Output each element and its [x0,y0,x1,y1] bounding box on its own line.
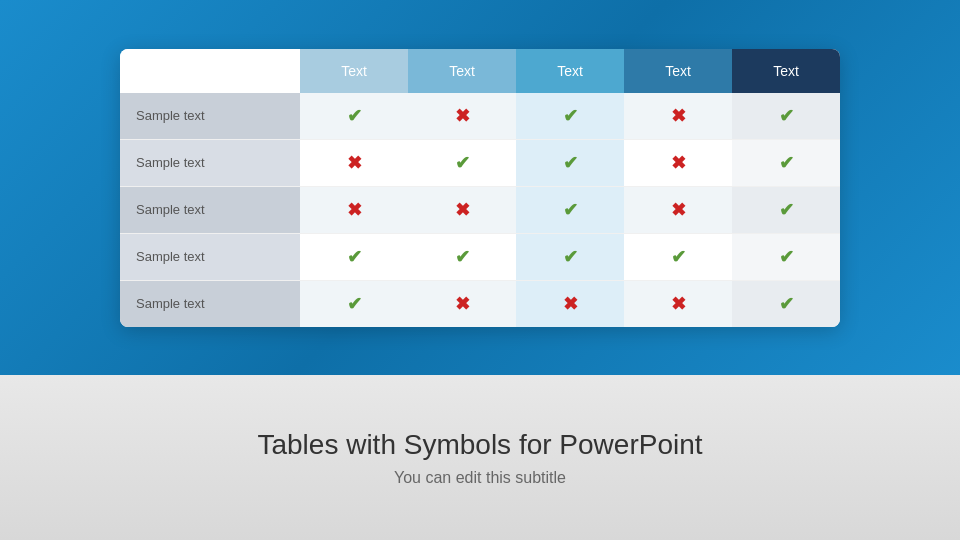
cell-row0-col2: ✔ [516,93,624,140]
cross-icon: ✖ [347,153,362,173]
header-empty [120,49,300,93]
cell-row1-col4: ✔ [732,139,840,186]
check-icon: ✔ [779,247,794,267]
cell-row1-col1: ✔ [408,139,516,186]
check-icon: ✔ [455,153,470,173]
check-icon: ✔ [779,294,794,314]
cell-row2-col2: ✔ [516,186,624,233]
cell-row3-col1: ✔ [408,233,516,280]
cell-row1-col2: ✔ [516,139,624,186]
cell-row2-col3: ✖ [624,186,732,233]
page-subtitle: You can edit this subtitle [394,469,566,487]
check-icon: ✔ [779,200,794,220]
comparison-table: Text Text Text Text Text Sample text✔✖✔✖… [120,49,840,327]
cell-row0-col3: ✖ [624,93,732,140]
cell-row2-col1: ✖ [408,186,516,233]
check-icon: ✔ [779,106,794,126]
cross-icon: ✖ [671,200,686,220]
row-label: Sample text [120,280,300,327]
table-row: Sample text✖✔✔✖✔ [120,139,840,186]
header-col-1: Text [300,49,408,93]
cross-icon: ✖ [671,153,686,173]
check-icon: ✔ [347,247,362,267]
cell-row4-col2: ✖ [516,280,624,327]
check-icon: ✔ [347,294,362,314]
check-icon: ✔ [671,247,686,267]
check-icon: ✔ [347,106,362,126]
cell-row0-col4: ✔ [732,93,840,140]
row-label: Sample text [120,233,300,280]
table-row: Sample text✔✔✔✔✔ [120,233,840,280]
cross-icon: ✖ [455,200,470,220]
cell-row1-col3: ✖ [624,139,732,186]
row-label: Sample text [120,186,300,233]
cross-icon: ✖ [455,294,470,314]
cross-icon: ✖ [347,200,362,220]
header-col-2: Text [408,49,516,93]
check-icon: ✔ [779,153,794,173]
top-section: Text Text Text Text Text Sample text✔✖✔✖… [0,0,960,375]
cell-row4-col1: ✖ [408,280,516,327]
check-icon: ✔ [563,153,578,173]
table-row: Sample text✔✖✖✖✔ [120,280,840,327]
cell-row2-col0: ✖ [300,186,408,233]
cell-row3-col4: ✔ [732,233,840,280]
cell-row4-col3: ✖ [624,280,732,327]
cross-icon: ✖ [455,106,470,126]
cell-row3-col2: ✔ [516,233,624,280]
cell-row3-col0: ✔ [300,233,408,280]
cell-row4-col4: ✔ [732,280,840,327]
row-label: Sample text [120,93,300,140]
check-icon: ✔ [455,247,470,267]
cell-row1-col0: ✖ [300,139,408,186]
table-row: Sample text✖✖✔✖✔ [120,186,840,233]
cross-icon: ✖ [671,106,686,126]
cell-row0-col1: ✖ [408,93,516,140]
table-row: Sample text✔✖✔✖✔ [120,93,840,140]
page-title: Tables with Symbols for PowerPoint [257,429,702,461]
cell-row3-col3: ✔ [624,233,732,280]
header-col-5: Text [732,49,840,93]
header-col-4: Text [624,49,732,93]
check-icon: ✔ [563,247,578,267]
row-label: Sample text [120,139,300,186]
bottom-section: Tables with Symbols for PowerPoint You c… [0,375,960,540]
cell-row2-col4: ✔ [732,186,840,233]
cell-row4-col0: ✔ [300,280,408,327]
cross-icon: ✖ [671,294,686,314]
cross-icon: ✖ [563,294,578,314]
cell-row0-col0: ✔ [300,93,408,140]
header-col-3: Text [516,49,624,93]
check-icon: ✔ [563,200,578,220]
check-icon: ✔ [563,106,578,126]
table-card: Text Text Text Text Text Sample text✔✖✔✖… [120,49,840,327]
